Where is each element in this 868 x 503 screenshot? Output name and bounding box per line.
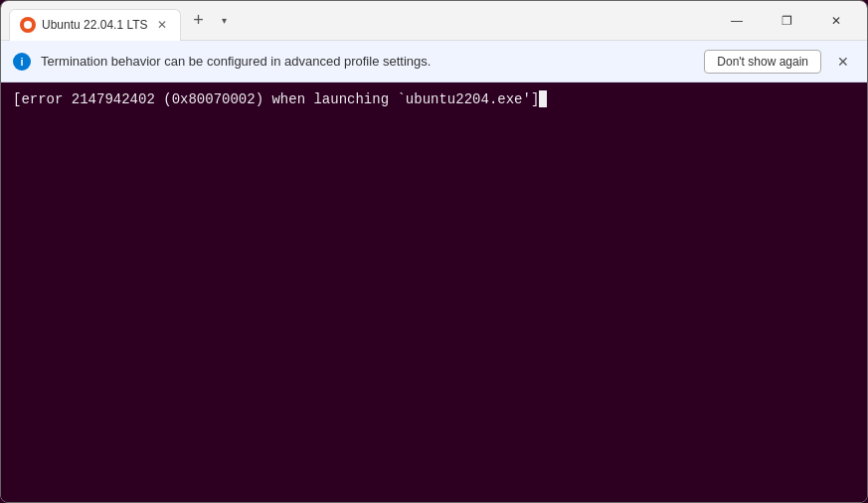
terminal-area[interactable]: [error 2147942402 (0x80070002) when laun… [1, 83, 867, 502]
terminal-line: [error 2147942402 (0x80070002) when laun… [13, 90, 855, 107]
window-close-button[interactable]: ✕ [813, 6, 859, 36]
info-icon: i [13, 53, 31, 71]
window: Ubuntu 22.04.1 LTS ✕ + ▾ — ❐ ✕ i Termina… [0, 0, 868, 503]
tab-area: Ubuntu 22.04.1 LTS ✕ + ▾ [9, 1, 714, 40]
maximize-button[interactable]: ❐ [764, 6, 809, 36]
minimize-button[interactable]: — [714, 6, 760, 36]
new-tab-button[interactable]: + [185, 7, 213, 35]
ubuntu-favicon [20, 17, 36, 33]
active-tab[interactable]: Ubuntu 22.04.1 LTS ✕ [9, 9, 181, 41]
dont-show-again-button[interactable]: Don't show again [704, 50, 821, 74]
notification-bar: i Termination behavior can be configured… [1, 41, 867, 83]
title-bar: Ubuntu 22.04.1 LTS ✕ + ▾ — ❐ ✕ [1, 1, 867, 41]
terminal-cursor [539, 90, 547, 107]
notification-close-button[interactable]: ✕ [831, 50, 855, 74]
tab-close-button[interactable]: ✕ [154, 17, 170, 33]
terminal-text: [error 2147942402 (0x80070002) when laun… [13, 91, 539, 107]
tab-title: Ubuntu 22.04.1 LTS [42, 18, 148, 32]
notification-message: Termination behavior can be configured i… [41, 54, 694, 69]
window-controls: — ❐ ✕ [714, 6, 859, 36]
tab-dropdown-button[interactable]: ▾ [213, 9, 237, 33]
